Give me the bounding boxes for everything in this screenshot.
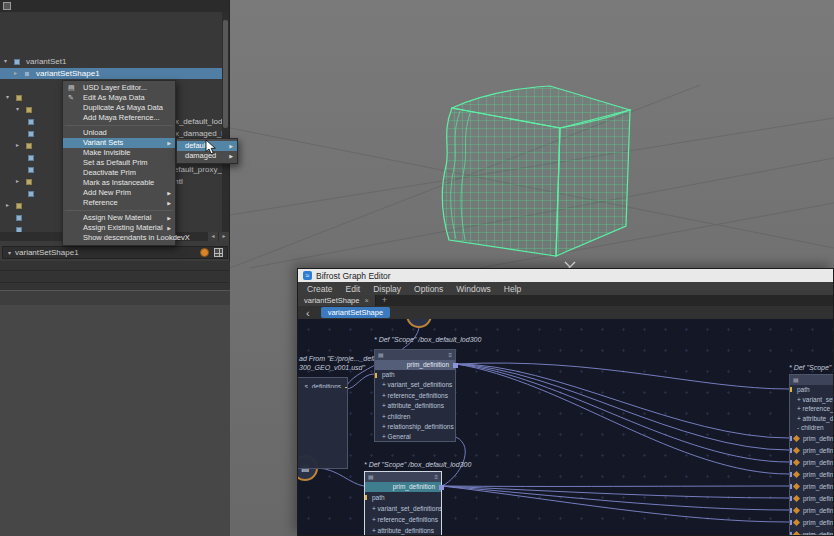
tree-row-selected[interactable]: ▸ variantSetShape1: [0, 68, 222, 79]
port-path[interactable]: [790, 387, 792, 392]
menu-item-mark-as-instanceable[interactable]: Mark as Instanceable: [63, 178, 175, 188]
tab-variantsetshape[interactable]: variantSetShape ×: [298, 295, 376, 306]
menu-help[interactable]: Help: [504, 284, 521, 294]
back-arrow-icon[interactable]: ‹: [306, 307, 310, 319]
menu-display[interactable]: Display: [373, 284, 401, 294]
child-prim-row[interactable]: prim_definition: [790, 493, 833, 505]
port-path[interactable]: [365, 495, 367, 500]
define-scope-node-bottom[interactable]: ▤ ≡ prim_definition path + variant_set_d…: [364, 471, 442, 535]
port-definitions-output[interactable]: [345, 387, 347, 388]
child-prim-row[interactable]: prim_definition: [790, 457, 833, 469]
scrollbar-thumb[interactable]: [223, 20, 228, 128]
menu-item-assign-new-material[interactable]: Assign New Material ▶: [63, 213, 175, 223]
port-child-prim[interactable]: [790, 436, 792, 441]
menu-item-deactivate-prim[interactable]: Deactivate Prim: [63, 168, 175, 178]
tree-row[interactable]: ▾ variantSet1: [0, 56, 222, 67]
child-prim-row[interactable]: prim_definition: [790, 445, 833, 457]
menu-item-show-descendants[interactable]: Show descendants in LookdevX: [63, 233, 175, 243]
port-child-prim[interactable]: [790, 496, 792, 501]
bifrost-title-bar[interactable]: ≈ Bifrost Graph Editor: [298, 269, 833, 282]
menu-options[interactable]: Options: [414, 284, 443, 294]
port-child-prim[interactable]: [790, 472, 792, 477]
layer-grid-icon[interactable]: [214, 248, 223, 257]
warning-badge-icon[interactable]: [200, 248, 209, 257]
menu-item-label: Assign Existing Material: [83, 223, 163, 232]
menu-item-label: Duplicate As Maya Data: [83, 103, 163, 112]
menu-item-unload[interactable]: Unload: [63, 128, 175, 138]
child-prim-row[interactable]: prim_definition: [790, 529, 833, 536]
expand-arrow-icon[interactable]: ▸: [16, 176, 19, 187]
bifrost-graph-editor-window[interactable]: ≈ Bifrost Graph Editor Create Edit Displ…: [297, 268, 834, 536]
node-row[interactable]: + children: [375, 412, 455, 422]
tab-close-icon[interactable]: ×: [364, 295, 368, 306]
node-menu-icon[interactable]: ≡: [448, 350, 452, 360]
node-row[interactable]: + reference_definitions: [790, 404, 833, 414]
node-row[interactable]: + variant_set_definitions: [375, 380, 455, 390]
port-child-prim[interactable]: [790, 508, 792, 513]
prim-diamond-icon: [793, 459, 800, 466]
prim-definition-output-row[interactable]: prim_definition: [365, 482, 441, 492]
menu-item-add-new-prim[interactable]: Add New Prim ▶: [63, 188, 175, 198]
port-prim-definition[interactable]: [453, 363, 458, 368]
port-child-prim[interactable]: [790, 520, 792, 525]
node-menu-icon[interactable]: ≡: [434, 472, 438, 482]
new-tab-button[interactable]: +: [376, 295, 393, 306]
node-row[interactable]: path: [375, 370, 455, 380]
menu-item-duplicate-as-maya-data[interactable]: Duplicate As Maya Data: [63, 103, 175, 113]
menu-item-reference[interactable]: Reference ▶: [63, 198, 175, 208]
panel-menu-icon[interactable]: [3, 2, 11, 10]
outliner-vertical-scrollbar[interactable]: [222, 12, 229, 232]
node-row[interactable]: + reference_definitions: [365, 514, 441, 525]
node-type-icon: ▤: [793, 375, 799, 385]
expand-arrow-icon[interactable]: ▸: [14, 68, 17, 79]
child-prim-row[interactable]: prim_definition: [790, 481, 833, 493]
menu-create[interactable]: Create: [307, 284, 333, 294]
menu-item-set-as-default-prim[interactable]: Set as Default Prim: [63, 158, 175, 168]
port-child-prim[interactable]: [790, 460, 792, 465]
scroll-right-button[interactable]: ▸: [219, 232, 229, 241]
node-row[interactable]: + reference_definitions: [375, 391, 455, 401]
expand-arrow-icon[interactable]: ▾: [16, 104, 19, 115]
menu-item-add-maya-reference[interactable]: Add Maya Reference...: [63, 113, 175, 123]
port-child-prim[interactable]: [790, 448, 792, 453]
menu-item-edit-as-maya-data[interactable]: ✎ Edit As Maya Data: [63, 93, 175, 103]
port-path[interactable]: [375, 373, 377, 378]
expand-arrow-icon[interactable]: ▾: [4, 56, 7, 67]
expand-arrow-icon[interactable]: ▸: [6, 200, 9, 211]
node-row[interactable]: + attribute_definitions: [365, 525, 441, 535]
port-prim-definition[interactable]: [439, 485, 444, 490]
port-child-prim[interactable]: [790, 484, 792, 489]
node-row[interactable]: + variant_set_definitions: [365, 503, 441, 514]
read-usd-node[interactable]: s_definitions: [298, 377, 348, 469]
menu-item-make-invisible[interactable]: Make Invisible: [63, 148, 175, 158]
node-row[interactable]: path: [365, 492, 441, 503]
menu-edit[interactable]: Edit: [346, 284, 361, 294]
expand-arrow-icon[interactable]: ▸: [16, 140, 19, 151]
menu-windows[interactable]: Windows: [456, 284, 490, 294]
expand-arrow-icon[interactable]: ▾: [6, 92, 9, 103]
define-scope-node-top[interactable]: ▤ ≡ prim_definition path + variant_set_d…: [374, 349, 456, 442]
child-prim-row[interactable]: prim_definition: [790, 433, 833, 445]
node-row[interactable]: + attribute_definitions: [790, 414, 833, 424]
child-prim-row[interactable]: prim_definition: [790, 505, 833, 517]
node-row[interactable]: path: [790, 385, 833, 395]
menu-item-variant-sets[interactable]: Variant Sets ▶: [63, 138, 175, 148]
menu-item-assign-existing-material[interactable]: Assign Existing Material ▶: [63, 223, 175, 233]
scroll-left-button[interactable]: ◂: [208, 232, 218, 241]
breadcrumb-compound[interactable]: variantSetShape: [321, 307, 390, 318]
stage-selector-dropdown[interactable]: ▾ variantSetShape1: [2, 246, 228, 259]
node-row[interactable]: + relationship_definitions: [375, 422, 455, 432]
node-row[interactable]: + General: [375, 432, 455, 442]
wireframe-box-mesh[interactable]: [442, 86, 630, 256]
prim-definition-output-row[interactable]: prim_definition: [375, 360, 455, 370]
child-prim-row[interactable]: prim_definition: [790, 469, 833, 481]
define-scope-node-right[interactable]: ▤ path + variant_set_definitions + refer…: [789, 374, 833, 535]
menu-item-usd-layer-editor[interactable]: ▤ USD Layer Editor...: [63, 83, 175, 93]
node-row[interactable]: + variant_set_definitions: [790, 395, 833, 405]
node-row[interactable]: + attribute_definitions: [375, 401, 455, 411]
read-node-title-line2: 300_GEO_v001.usd": [299, 364, 365, 371]
node-row-children-expanded[interactable]: - children: [790, 423, 833, 433]
port-child-prim[interactable]: [790, 532, 792, 535]
bifrost-node-canvas[interactable]: ▤ ▤ ad From "E:/proje..._default_lo 300_…: [298, 319, 833, 535]
child-prim-row[interactable]: prim_definition: [790, 517, 833, 529]
